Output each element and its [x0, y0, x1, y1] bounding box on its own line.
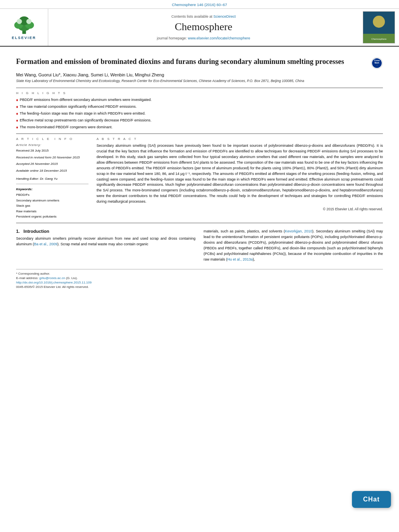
journal-title: Chemosphere — [175, 21, 232, 33]
page-container: Chemosphere 146 (2016) 60–67 ELSEVIER — [0, 0, 399, 532]
copyright-line: © 2015 Elsevier Ltd. All rights reserved… — [97, 207, 383, 211]
bullet-1: ♦ — [16, 97, 18, 103]
keyword-2: Secondary aluminum smelters — [16, 198, 88, 203]
keywords-section: Keywords: PBDD/Fs Secondary aluminum sme… — [16, 187, 88, 220]
article-info-section-label: A R T I C L E I N F O — [16, 137, 88, 141]
sciencedirect-line: Contents lists available at ScienceDirec… — [171, 14, 236, 18]
keywords-list: PBDD/Fs Secondary aluminum smelters Stac… — [16, 192, 88, 220]
corresponding-footnote: * Corresponding author. — [16, 272, 383, 275]
abstract-label: A B S T R A C T — [97, 137, 383, 141]
main-content: Formation and emission of brominated dio… — [0, 47, 399, 294]
elsevier-logo: ELSEVIER — [10, 15, 38, 40]
introduction-section: 1. Introduction Secondary aluminum smelt… — [16, 229, 383, 263]
homepage-url[interactable]: www.elsevier.com/locate/chemosphere — [188, 36, 250, 40]
section-title: 1. Introduction — [16, 229, 195, 234]
ref-ba-2009[interactable]: Ba et al., 2009 — [34, 242, 58, 246]
article-info-column: A R T I C L E I N F O Article history: R… — [16, 137, 88, 220]
journal-cover-image: Chemosphere — [363, 11, 395, 43]
journal-homepage: journal homepage: www.elsevier.com/locat… — [157, 36, 250, 40]
issn-line: 0045-6535/© 2015 Elsevier Ltd. All right… — [16, 285, 383, 289]
article-dates: Article history: Received 28 July 2015 R… — [16, 143, 88, 174]
abstract-section: A B S T R A C T Secondary aluminum smelt… — [97, 137, 383, 211]
bullet-5: ♦ — [16, 125, 18, 130]
abstract-text: Secondary aluminum smelting (SAl) proces… — [97, 143, 383, 205]
article-title-section: Formation and emission of brominated dio… — [16, 57, 383, 69]
journal-citation-link[interactable]: Chemosphere 146 (2016) 60–67 — [172, 2, 227, 7]
affiliation: State Key Laboratory of Environmental Ch… — [16, 79, 383, 84]
divider-keywords — [16, 184, 88, 184]
highlight-2: ♦ The raw material composition significa… — [16, 104, 383, 110]
intro-text-left: Secondary aluminum smelters primarily re… — [16, 236, 195, 247]
introduction-right: materials, such as paints, plastics, and… — [204, 229, 383, 263]
intro-text-right: materials, such as paints, plastics, and… — [204, 229, 383, 263]
chat-button[interactable]: CHat — [352, 491, 391, 508]
cover-svg: Chemosphere — [363, 12, 395, 43]
bullet-2: ♦ — [16, 104, 18, 110]
received-date: Received 28 July 2015 Received in revise… — [16, 148, 88, 174]
publisher-logo-area: ELSEVIER — [0, 9, 48, 46]
sciencedirect-link[interactable]: ScienceDirect — [214, 14, 236, 18]
svg-point-9 — [373, 16, 385, 28]
article-title: Formation and emission of brominated dio… — [16, 57, 367, 66]
crossmark-logo: Cross Mark ✓ — [371, 57, 383, 69]
journal-center-header: Contents lists available at ScienceDirec… — [48, 9, 359, 46]
divider-after-highlights — [16, 134, 383, 134]
keywords-label: Keywords: — [16, 187, 88, 191]
keyword-5: Persistent organic pollutants — [16, 214, 88, 220]
email-footnote: E-mail address: grliu@rcees.ac.cn (G. Li… — [16, 276, 383, 280]
highlights-list: ♦ PBDD/F emissions from different second… — [16, 97, 383, 130]
bullet-3: ♦ — [16, 111, 18, 117]
svg-point-5 — [16, 19, 22, 24]
bullet-4: ♦ — [16, 118, 18, 123]
divider-after-abstract — [16, 223, 383, 223]
highlight-4: ♦ Effective metal scrap pretreatments ca… — [16, 118, 383, 123]
ref-kevorkjjan-2010[interactable]: Kevorkjjan, 2010 — [285, 229, 312, 233]
doi-line: http://dx.doi.org/10.1016/j.chemosphere.… — [16, 281, 383, 284]
journal-header: ELSEVIER Contents lists available at Sci… — [0, 9, 399, 47]
journal-cover-area: Chemosphere — [359, 9, 399, 46]
svg-text:Chemosphere: Chemosphere — [371, 38, 387, 40]
keyword-4: Raw materials — [16, 209, 88, 214]
abstract-column: A B S T R A C T Secondary aluminum smelt… — [97, 137, 383, 220]
two-column-section: A R T I C L E I N F O Article history: R… — [16, 137, 383, 220]
introduction-left: 1. Introduction Secondary aluminum smelt… — [16, 229, 195, 263]
footer-section: * Corresponding author. E-mail address: … — [16, 269, 383, 289]
ref-hu-2013a[interactable]: Hu et al., 2013a — [227, 257, 253, 261]
email-link[interactable]: grliu@rcees.ac.cn — [39, 276, 65, 280]
doi-link[interactable]: http://dx.doi.org/10.1016/j.chemosphere.… — [16, 281, 92, 284]
highlight-5: ♦ The more-brominated PBDD/F congeners w… — [16, 125, 383, 130]
elsevier-tree-icon — [10, 15, 38, 35]
svg-text:Mark: Mark — [374, 62, 379, 64]
handling-editor: Handling Editor: Dr. Gang Yu — [16, 177, 88, 181]
history-label: Article history: — [16, 143, 88, 147]
keyword-1: PBDD/Fs — [16, 192, 88, 198]
divider-after-affiliation — [16, 88, 383, 88]
highlight-1: ♦ PBDD/F emissions from different second… — [16, 97, 383, 103]
authors-line: Mei Wang, Guorui Liu*, Xiaoxu Jiang, Sum… — [16, 72, 383, 77]
highlight-3: ♦ The feeding–fusion stage was the main … — [16, 111, 383, 117]
svg-point-6 — [26, 19, 31, 24]
svg-text:✓: ✓ — [376, 64, 378, 66]
highlights-label: H I G H L I G H T S — [16, 91, 383, 95]
highlights-section: H I G H L I G H T S ♦ PBDD/F emissions f… — [16, 91, 383, 130]
top-bar: Chemosphere 146 (2016) 60–67 — [0, 0, 399, 9]
elsevier-text: ELSEVIER — [12, 36, 36, 40]
keyword-3: Stack gas — [16, 203, 88, 209]
